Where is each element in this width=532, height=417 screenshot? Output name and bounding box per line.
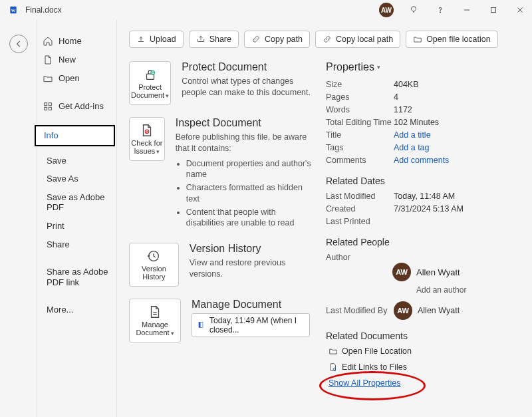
autosave-entry[interactable]: Today, 11:49 AM (when I closed... [192, 313, 310, 337]
minimize-button[interactable] [460, 3, 473, 17]
document-title: Final.docx [25, 5, 62, 15]
vh-desc: View and restore previous versions. [190, 257, 315, 280]
help-icon[interactable] [434, 3, 447, 17]
doc-link-icon [329, 362, 338, 372]
protect-document-tile[interactable]: Protect Document▾ [129, 61, 171, 105]
new-doc-icon [43, 55, 53, 65]
svg-rect-10 [49, 107, 51, 110]
protect-desc: Control what types of changes people can… [182, 76, 315, 98]
inspect-doc-icon [140, 123, 154, 138]
upload-button[interactable]: Upload [129, 31, 184, 48]
inspect-desc: Before publishing this file, be aware th… [176, 132, 315, 154]
vh-heading: Version History [190, 243, 315, 255]
word-app-icon: W [9, 5, 20, 15]
copy-path-button[interactable]: Copy path [244, 31, 310, 48]
nav-more[interactable]: More... [37, 301, 116, 319]
open-file-location-link[interactable]: Open File Location [326, 347, 523, 356]
show-all-properties-link[interactable]: Show All Properties [326, 378, 523, 388]
open-location-button[interactable]: Open file location [406, 31, 498, 48]
share-icon [196, 35, 205, 44]
home-icon [43, 36, 53, 47]
property-row[interactable]: TagsAdd a tag [326, 143, 523, 152]
folder-icon [329, 347, 338, 356]
nav-save[interactable]: Save [37, 152, 116, 170]
svg-point-17 [333, 368, 336, 370]
history-icon [146, 249, 161, 263]
backstage-nav: Home New Open Get Add-ins Info Save Save… [37, 20, 117, 417]
lock-icon [143, 67, 158, 82]
related-people-heading: Related People [326, 237, 523, 247]
svg-rect-4 [491, 8, 496, 13]
nav-addins[interactable]: Get Add-ins [37, 97, 116, 116]
related-dates-heading: Related Dates [326, 176, 523, 186]
title-bar: W Final.docx AW [0, 0, 532, 20]
property-row: Total Editing Time102 Minutes [326, 118, 523, 127]
property-row[interactable]: TitleAdd a title [326, 130, 523, 140]
nav-open[interactable]: Open [37, 69, 116, 88]
link-icon [323, 35, 332, 44]
date-row: Last Printed [326, 217, 523, 226]
add-author-link[interactable]: Add an author [416, 285, 523, 295]
user-avatar[interactable]: AW [379, 3, 394, 17]
addins-icon [43, 101, 53, 112]
inspect-heading: Inspect Document [176, 117, 315, 129]
nav-home[interactable]: Home [37, 32, 116, 51]
comments-icon[interactable] [407, 3, 420, 17]
modifier-avatar: AW [394, 301, 412, 320]
nav-share-as-adobe[interactable]: Share as Adobe PDF link [37, 263, 116, 291]
mgd-heading: Manage Document [192, 299, 310, 311]
nav-info[interactable]: Info [35, 125, 115, 146]
manage-document-tile[interactable]: Manage Document▾ [129, 299, 181, 343]
doc-small-icon [198, 321, 205, 329]
property-row[interactable]: CommentsAdd comments [326, 156, 523, 165]
back-button[interactable] [9, 35, 28, 53]
svg-rect-16 [199, 323, 201, 328]
nav-new[interactable]: New [37, 51, 116, 69]
inspect-list: Document properties and author's name Ch… [176, 158, 315, 229]
folder-icon [413, 35, 422, 44]
related-docs-heading: Related Documents [326, 331, 523, 341]
maximize-button[interactable] [487, 3, 500, 17]
property-row: Pages4 [326, 92, 523, 102]
nav-share[interactable]: Share [37, 235, 116, 254]
svg-rect-9 [45, 107, 47, 110]
property-row: Words1172 [326, 105, 523, 114]
svg-rect-8 [49, 103, 51, 106]
date-row: Last ModifiedToday, 11:48 AM [326, 192, 523, 201]
svg-text:W: W [11, 8, 16, 13]
check-issues-tile[interactable]: Check for Issues▾ [129, 117, 165, 161]
author-entry[interactable]: AW Allen Wyatt [392, 263, 523, 281]
svg-point-2 [440, 12, 441, 13]
date-row: Created7/31/2024 5:13 AM [326, 204, 523, 213]
edit-links-to-files-link[interactable]: Edit Links to Files [326, 362, 523, 372]
svg-rect-7 [45, 103, 47, 106]
nav-save-as-adobe[interactable]: Save as Adobe PDF [37, 188, 116, 217]
folder-open-icon [43, 73, 53, 84]
info-toolbar: Upload Share Copy path Copy local path O… [129, 31, 523, 48]
property-row: Size404KB [326, 80, 523, 89]
nav-print[interactable]: Print [37, 217, 116, 235]
protect-heading: Protect Document [182, 61, 315, 73]
properties-dropdown[interactable]: Properties▾ [326, 61, 380, 73]
share-button[interactable]: Share [189, 31, 239, 48]
close-button[interactable] [513, 3, 527, 17]
copy-local-path-button[interactable]: Copy local path [315, 31, 400, 48]
version-history-tile[interactable]: Version History [129, 243, 179, 287]
link-icon [251, 35, 261, 44]
nav-save-as[interactable]: Save As [37, 170, 116, 188]
chevron-down-icon: ▾ [377, 64, 380, 70]
author-avatar: AW [392, 263, 411, 281]
upload-icon [136, 35, 146, 44]
manage-doc-icon [148, 305, 162, 319]
